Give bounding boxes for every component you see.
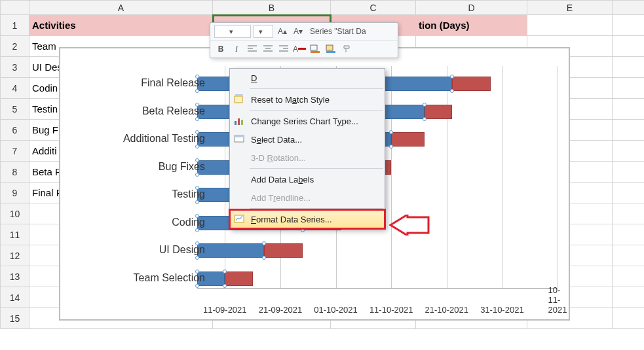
menu-add-trendline: Add Trendline...	[230, 188, 385, 207]
row-header[interactable]: 11	[1, 224, 29, 245]
x-tick-label: 21-10-2021	[425, 305, 469, 315]
series-duration-bar[interactable]	[452, 77, 491, 91]
font-size-select[interactable]: ▾	[254, 25, 273, 38]
svg-rect-9	[235, 135, 244, 137]
menu-reset-match-style[interactable]: Reset to Match Style	[230, 90, 385, 109]
menu-select-data[interactable]: Select Data...	[230, 130, 385, 149]
menu-format-data-series[interactable]: Format Data Series...	[230, 210, 385, 228]
shape-fill-icon[interactable]	[324, 43, 337, 56]
x-tick-label: 31-10-2021	[480, 305, 524, 315]
col-header-F[interactable]: F	[613, 1, 645, 15]
category-label: UI Design	[74, 244, 205, 256]
series-duration-bar[interactable]	[391, 132, 425, 147]
row-header[interactable]: 12	[1, 245, 29, 266]
row-header[interactable]: 13	[1, 266, 29, 287]
bold-button[interactable]: B	[214, 43, 227, 56]
col-header-C[interactable]: C	[331, 1, 416, 15]
row-header[interactable]: 10	[1, 203, 29, 224]
selection-handle[interactable]	[423, 117, 426, 121]
category-label: Coding	[74, 217, 205, 228]
selection-handle[interactable]	[450, 75, 454, 79]
row-header[interactable]: 15	[1, 308, 29, 329]
col-header-A[interactable]: A	[29, 1, 213, 15]
category-label: Team Selection	[74, 272, 205, 284]
series-start-date-bar[interactable]	[197, 243, 264, 258]
x-tick-label: 11-09-2021	[203, 305, 247, 315]
decrease-font-icon[interactable]: A▾	[292, 25, 305, 38]
x-tick-label: 01-10-2021	[314, 305, 358, 315]
col-header-E[interactable]: E	[527, 1, 613, 15]
corner-cell[interactable]	[1, 1, 29, 15]
selection-handle[interactable]	[262, 241, 266, 245]
select-data-icon	[234, 133, 246, 145]
selection-handle[interactable]	[195, 256, 199, 260]
row-header[interactable]: 8	[1, 162, 29, 183]
x-tick-label: 10-11-2021	[548, 285, 567, 315]
selection-handle[interactable]	[423, 103, 426, 107]
col-header-B[interactable]: B	[213, 1, 331, 15]
series-duration-bar[interactable]	[264, 243, 303, 258]
row-header[interactable]: 14	[1, 287, 29, 308]
shape-outline-icon[interactable]	[309, 43, 322, 56]
chart-type-icon	[234, 115, 246, 127]
series-duration-bar[interactable]	[225, 271, 252, 286]
svg-rect-4	[235, 96, 242, 103]
font-family-select[interactable]: ▾	[214, 25, 251, 38]
row-header[interactable]: 5	[1, 99, 29, 120]
selection-handle[interactable]	[450, 89, 454, 93]
selection-handle[interactable]	[195, 117, 199, 121]
series-duration-bar[interactable]	[425, 105, 452, 119]
selection-handle[interactable]	[195, 200, 199, 204]
cell-D1[interactable]: tion (Days)	[416, 15, 527, 36]
italic-button[interactable]: I	[230, 43, 243, 56]
menu-change-series-chart-type[interactable]: Change Series Chart Type...	[230, 112, 385, 130]
selection-handle[interactable]	[195, 89, 199, 93]
selection-handle[interactable]	[389, 145, 393, 149]
selection-handle[interactable]	[223, 270, 227, 273]
svg-rect-2	[326, 45, 333, 50]
row-header[interactable]: 1	[1, 15, 29, 36]
col-header-D[interactable]: D	[416, 1, 527, 15]
selection-handle[interactable]	[262, 256, 266, 260]
svg-rect-7	[241, 120, 243, 125]
x-tick-label: 21-09-2021	[259, 305, 303, 315]
menu-3d-rotation: 3-D Rotation...	[230, 149, 385, 167]
svg-rect-5	[235, 121, 237, 125]
row-header[interactable]: 7	[1, 141, 29, 162]
row-header[interactable]: 3	[1, 57, 29, 78]
context-menu: D Reset to Match Style Change Series Cha…	[229, 68, 385, 229]
row-header[interactable]: 2	[1, 36, 29, 57]
x-tick-label: 11-10-2021	[369, 305, 413, 315]
series-name-display: Series "Start Da	[307, 25, 394, 38]
mini-toolbar: ▾ ▾ A▴ A▾ Series "Start Da B I A	[210, 22, 398, 58]
font-color-icon[interactable]: A	[293, 43, 306, 56]
selection-handle[interactable]	[195, 284, 199, 288]
row-header[interactable]: 9	[1, 183, 29, 203]
format-painter-icon[interactable]	[340, 43, 353, 56]
category-label: Beta Release	[74, 105, 205, 117]
category-label: Bug Fixes	[74, 161, 205, 173]
row-header[interactable]: 4	[1, 78, 29, 99]
row-header[interactable]: 6	[1, 120, 29, 141]
align-center-icon[interactable]	[261, 43, 275, 56]
reset-icon	[234, 94, 246, 105]
menu-delete[interactable]: D	[230, 69, 385, 87]
selection-handle[interactable]	[389, 130, 393, 134]
category-label: Final Release	[74, 77, 205, 89]
selection-handle[interactable]	[195, 145, 199, 149]
align-right-icon[interactable]	[277, 43, 290, 56]
category-label: Testing	[74, 188, 205, 200]
cell-A1[interactable]: Activities	[29, 15, 213, 36]
selection-handle[interactable]	[195, 228, 199, 232]
cell-E1[interactable]	[527, 15, 613, 36]
cell-F1[interactable]	[613, 15, 645, 36]
svg-rect-1	[311, 51, 320, 53]
align-left-icon[interactable]	[246, 43, 259, 56]
category-label: Additional Testing	[74, 133, 205, 145]
svg-rect-0	[311, 45, 317, 50]
selection-handle[interactable]	[223, 284, 227, 288]
selection-handle[interactable]	[195, 173, 199, 177]
menu-add-data-labels[interactable]: Add Data Labels	[230, 170, 385, 188]
increase-font-icon[interactable]: A▴	[276, 25, 289, 38]
format-series-icon	[234, 213, 246, 225]
